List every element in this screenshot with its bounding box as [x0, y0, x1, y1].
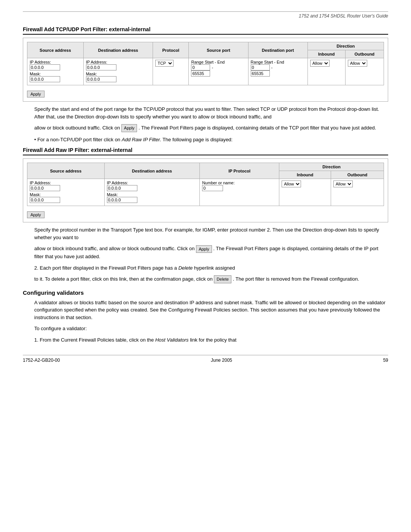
src-ip-input[interactable] — [30, 64, 60, 70]
section2-apply-button[interactable]: Apply — [27, 211, 45, 218]
text2-p3-post: hyperlink assigned — [194, 265, 235, 271]
td-outbound: Allow Block — [345, 58, 384, 85]
th2-ip-protocol: IP Protocol — [200, 163, 279, 179]
body-text-2c: 2. Each port filter displayed in the Fir… — [34, 264, 388, 272]
section1-apply-button[interactable]: Apply — [27, 91, 45, 97]
text1-bullet: • For a non-TCP/UDP port filter click on — [34, 137, 120, 142]
td2-outbound: Allow Block — [331, 179, 384, 206]
body-text-1a: Specify the start and end of the port ra… — [34, 105, 388, 120]
td2-ip-protocol: Number or name: — [200, 179, 279, 206]
td-protocol: TCP UDP — [153, 58, 189, 85]
td-destination-port: Range Start - End - — [248, 58, 307, 85]
src-port-end[interactable] — [191, 70, 210, 77]
td-inbound: Allow Block — [307, 58, 345, 85]
body-text-2a: Specify the protocol number in the Trans… — [34, 226, 388, 241]
outbound2-select[interactable]: Allow Block — [333, 181, 353, 187]
section1-table: Source address Destination address Proto… — [27, 42, 384, 85]
page-header: 1752 and 1754 SHDSL Router User's Guide — [23, 13, 388, 19]
src-port-start[interactable] — [191, 64, 210, 70]
proto-input[interactable] — [202, 185, 223, 191]
header-line — [23, 11, 388, 12]
dst-range-label: Range Start - End — [251, 60, 284, 64]
th2-direction: Direction — [279, 163, 384, 171]
dst-ip-input[interactable] — [86, 64, 116, 70]
td-source-port: Range Start - End - — [189, 58, 248, 85]
footer: 1752-A2-GB20-00 June 2005 59 — [23, 358, 388, 363]
delete-inline-button[interactable]: Delete — [214, 275, 231, 283]
src2-mask-input[interactable] — [30, 197, 60, 203]
text1-p2-pre: allow or block outbound traffic. Click o… — [34, 125, 120, 131]
td-destination-address: IP Address: Mask: — [83, 58, 153, 85]
section2-table-wrapper: Source address Destination address IP Pr… — [23, 158, 388, 222]
footer-center: June 2005 — [211, 358, 232, 363]
proto-label: Number or name: — [202, 181, 235, 185]
dst-mask-label: Mask: — [86, 72, 97, 76]
section2-table: Source address Destination address IP Pr… — [27, 163, 384, 206]
text2-p3-italic: Delete — [178, 265, 193, 271]
text2-p4-pre: to it. To delete a port filter, click on… — [34, 276, 213, 282]
text2-p3-pre: Each port filter displayed in the Firewa… — [40, 265, 177, 271]
outbound-select[interactable]: Allow Block — [348, 60, 367, 67]
section3-p3-post: link for the policy that — [190, 337, 236, 343]
text2-p2-pre: allow or block inbound traffic, and allo… — [34, 246, 195, 251]
th-destination-address: Destination address — [83, 42, 153, 58]
th-source-port: Source port — [189, 42, 248, 58]
section2-title: Firewall Add Raw IP Filter: external-int… — [23, 147, 388, 155]
section3-p3-italic: Host Validators — [155, 337, 189, 343]
th-direction: Direction — [307, 42, 384, 50]
dst2-mask-label: Mask: — [107, 192, 118, 197]
page: 1752 and 1754 SHDSL Router User's Guide … — [0, 0, 411, 532]
body-text-3c: 1. From the Current Firewall Policies ta… — [34, 336, 388, 344]
section3-p2: To configure a validator: — [34, 326, 87, 331]
body-text-3b: To configure a validator: — [34, 325, 388, 332]
text2-p1: Specify the protocol number in the Trans… — [34, 227, 379, 240]
dst-ip-label: IP Address: — [86, 60, 107, 64]
text2-p3-num: 2. — [34, 265, 38, 271]
th-destination-port: Destination port — [248, 42, 307, 58]
td2-inbound: Allow Block — [279, 179, 331, 206]
th-source-address: Source address — [27, 42, 84, 58]
th-outbound: Outbound — [345, 50, 384, 58]
dst-mask-input[interactable] — [86, 76, 116, 82]
src-ip-label: IP Address: — [30, 60, 51, 64]
footer-left: 1752-A2-GB20-00 — [23, 358, 60, 363]
src-mask-label: Mask: — [30, 72, 41, 76]
src2-mask-label: Mask: — [30, 192, 41, 197]
apply-inline-button-2[interactable]: Apply — [196, 245, 212, 253]
th-inbound: Inbound — [307, 50, 345, 58]
body-text-2d: to it. To delete a port filter, click on… — [34, 275, 388, 283]
th2-inbound: Inbound — [279, 171, 331, 179]
th2-source-address: Source address — [27, 163, 105, 179]
text1-bullet-italic: Add Raw IP Filter. — [122, 137, 161, 142]
body-text-1c: • For a non-TCP/UDP port filter click on… — [34, 136, 388, 144]
page-header-title: 1752 and 1754 SHDSL Router User's Guide — [299, 13, 388, 19]
section3-heading: Configuring validators — [23, 289, 388, 296]
dst2-ip-label: IP Address: — [107, 181, 128, 185]
text1-p1: Specify the start and end of the port ra… — [34, 106, 379, 120]
section3-p3-num: 1. — [34, 337, 38, 343]
apply-inline-button-1[interactable]: Apply — [121, 124, 137, 132]
text1-bullet-post: The following page is displayed: — [162, 137, 233, 142]
src2-ip-label: IP Address: — [30, 181, 51, 185]
protocol-select[interactable]: TCP UDP — [155, 60, 174, 67]
dst-port-start[interactable] — [251, 64, 270, 70]
src-mask-input[interactable] — [30, 76, 60, 82]
section3-p3: From the Current Firewall Policies table… — [40, 337, 154, 343]
th2-destination-address: Destination address — [104, 163, 200, 179]
text2-p4-post: . The port filter is removed from the Fi… — [233, 276, 359, 282]
section1-table-wrapper: Source address Destination address Proto… — [23, 38, 388, 102]
section3-p1: A validator allows or blocks traffic bas… — [34, 300, 386, 320]
src2-ip-input[interactable] — [30, 185, 60, 191]
dst2-ip-input[interactable] — [107, 185, 137, 191]
td2-destination-address: IP Address: Mask: — [104, 179, 200, 206]
section1-title: Firewall Add TCP/UDP Port Filter: extern… — [23, 26, 388, 35]
th2-outbound: Outbound — [331, 171, 384, 179]
body-text-2b: allow or block inbound traffic, and allo… — [34, 245, 388, 260]
td2-source-address: IP Address: Mask: — [27, 179, 105, 206]
text1-p2-post: . The Firewall Port Filters page is disp… — [139, 125, 376, 131]
dst-port-end[interactable] — [251, 70, 270, 77]
inbound2-select[interactable]: Allow Block — [282, 181, 301, 187]
footer-right: 59 — [383, 358, 388, 363]
inbound-select[interactable]: Allow Block — [310, 60, 330, 67]
dst2-mask-input[interactable] — [107, 197, 137, 203]
